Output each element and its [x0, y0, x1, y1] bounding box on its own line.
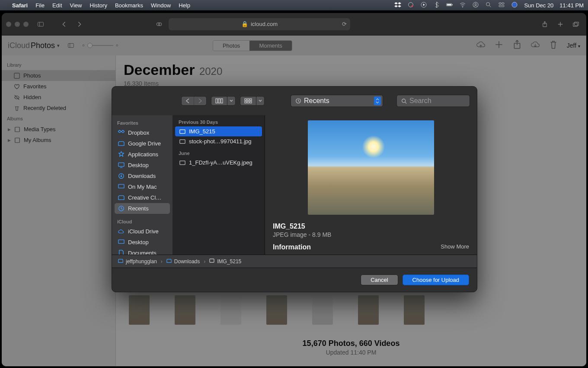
sidebar-item-recently-deleted[interactable]: Recently Deleted	[2, 103, 115, 113]
columns-view-button[interactable]	[211, 97, 227, 105]
menu-history[interactable]: History	[89, 2, 107, 9]
app-name[interactable]: Safari	[12, 2, 28, 9]
cloud-download-icon[interactable]	[530, 40, 540, 51]
svg-rect-28	[250, 99, 252, 100]
safari-toolbar: 🔒 icloud.com ⟳	[2, 13, 586, 36]
menu-view[interactable]: View	[70, 2, 82, 9]
folder-icon	[166, 258, 172, 265]
window-traffic-lights[interactable]	[6, 22, 29, 27]
sidebar-google-drive[interactable]: Google Drive	[115, 138, 170, 149]
group-mode	[240, 96, 265, 106]
sidebar-item-media-types[interactable]: ▶Media Types	[2, 124, 115, 135]
sidebar-applications[interactable]: Applications	[115, 149, 170, 160]
search-input[interactable]: Search	[396, 95, 470, 107]
tabs-button[interactable]	[570, 19, 582, 29]
wifi-icon[interactable]	[459, 1, 466, 10]
sidebar-item-my-albums[interactable]: ▶My Albums	[2, 135, 115, 145]
media-menulet-icon[interactable]	[420, 1, 427, 10]
file-row[interactable]: 1_FDzfI-yA…uVEKg.jpeg	[175, 158, 262, 168]
seg-photos[interactable]: Photos	[213, 41, 249, 51]
thumbnail[interactable]	[358, 295, 379, 325]
sidebar-documents[interactable]: Documents	[115, 248, 170, 255]
bluetooth-icon[interactable]	[433, 1, 440, 10]
new-tab-button[interactable]	[554, 19, 566, 29]
share-button[interactable]	[539, 19, 551, 29]
month-title: December	[124, 61, 195, 78]
svg-rect-24	[15, 127, 20, 132]
sidebar-creative-cloud[interactable]: Creative Cl…	[115, 192, 170, 203]
sidebar-toggle-button[interactable]	[35, 19, 47, 29]
thumbnail[interactable]	[129, 295, 150, 325]
search-placeholder: Search	[409, 97, 431, 105]
thumbnail[interactable]	[266, 295, 287, 325]
cloud-upload-icon[interactable]	[476, 40, 486, 51]
sidebar-dropbox[interactable]: Dropbox	[115, 127, 170, 138]
show-more-button[interactable]: Show More	[441, 243, 469, 250]
thumbnail[interactable]	[312, 295, 333, 325]
path-seg-file[interactable]: IMG_5215	[217, 258, 241, 265]
svg-point-1	[412, 5, 413, 7]
reload-icon[interactable]: ⟳	[342, 21, 347, 27]
choose-for-upload-button[interactable]: Choose for Upload	[403, 274, 469, 285]
trash-icon[interactable]	[549, 40, 558, 51]
svg-rect-15	[38, 22, 44, 26]
location-popup[interactable]: Recents	[291, 95, 383, 107]
picker-back-button[interactable]	[182, 97, 194, 105]
sidebar-desktop-icloud[interactable]: Desktop	[115, 237, 170, 248]
share-icon[interactable]	[512, 40, 522, 51]
thumbnail[interactable]	[220, 295, 241, 325]
path-seg-user[interactable]: jeffphungglan	[126, 258, 157, 265]
cancel-button[interactable]: Cancel	[361, 274, 398, 285]
sidebar-downloads[interactable]: Downloads	[115, 171, 170, 181]
battery-icon[interactable]	[446, 1, 453, 10]
user-menu[interactable]: Jeff ▾	[567, 42, 580, 49]
file-row-selected[interactable]: IMG_5215	[175, 126, 262, 136]
location-label: Recents	[304, 97, 329, 105]
photos-brand[interactable]: iCloud Photos ▾	[8, 41, 60, 50]
sidebar-item-favorites[interactable]: Favorites	[2, 81, 115, 92]
add-icon[interactable]	[494, 40, 504, 51]
zoom-slider[interactable]: ▫▫	[82, 42, 118, 49]
svg-rect-21	[68, 43, 74, 47]
menubar-date[interactable]: Sun Dec 20	[524, 2, 553, 9]
user-switch-icon[interactable]	[472, 1, 479, 10]
forward-button[interactable]	[74, 19, 86, 29]
svg-point-6	[463, 6, 463, 7]
sidebar-desktop[interactable]: Desktop	[115, 160, 170, 171]
group-dropdown-icon[interactable]	[256, 97, 264, 105]
back-button[interactable]	[58, 19, 70, 29]
menu-bookmarks[interactable]: Bookmarks	[115, 2, 143, 9]
siri-icon[interactable]	[511, 1, 518, 10]
menu-help[interactable]: Help	[179, 2, 190, 9]
view-dropdown-icon[interactable]	[227, 97, 235, 105]
address-bar[interactable]: 🔒 icloud.com ⟳	[169, 18, 350, 30]
menu-file[interactable]: File	[35, 2, 45, 9]
file-row[interactable]: stock-phot…9970411.jpg	[175, 136, 262, 146]
seg-moments[interactable]: Moments	[249, 41, 291, 51]
preview-info-header: Information	[273, 243, 469, 251]
menu-window[interactable]: Window	[151, 2, 171, 9]
sidebar-recents[interactable]: Recents	[115, 203, 170, 214]
menubar-time[interactable]: 11:41 PM	[559, 2, 584, 9]
library-updated: Updated 11:40 PM	[116, 349, 586, 356]
chevron-down-icon: ▾	[57, 43, 60, 48]
path-bar: jeffphungglan Downloads IMG_5215	[112, 255, 477, 268]
dropbox-menulet-icon[interactable]	[394, 1, 401, 10]
spotlight-icon[interactable]	[485, 1, 492, 10]
reader-button[interactable]	[153, 19, 165, 29]
svg-rect-30	[247, 101, 249, 103]
menu-edit[interactable]: Edit	[52, 2, 62, 9]
thumbnail[interactable]	[404, 295, 425, 325]
sidebar-icloud-drive[interactable]: iCloud Drive	[115, 226, 170, 237]
group-button[interactable]	[240, 97, 256, 105]
control-center-icon[interactable]	[498, 1, 505, 10]
sidebar-item-hidden[interactable]: Hidden	[2, 92, 115, 103]
sidebar-on-my-mac[interactable]: On My Mac	[115, 181, 170, 192]
photos-sidebar-toggle[interactable]	[65, 41, 77, 50]
thumbnail[interactable]	[175, 295, 195, 325]
sidebar-item-photos[interactable]: Photos	[2, 70, 115, 81]
picker-forward-button[interactable]	[194, 97, 206, 105]
status-menulet-icon[interactable]	[407, 1, 414, 10]
svg-rect-41	[180, 161, 185, 165]
path-seg-downloads[interactable]: Downloads	[174, 258, 200, 265]
